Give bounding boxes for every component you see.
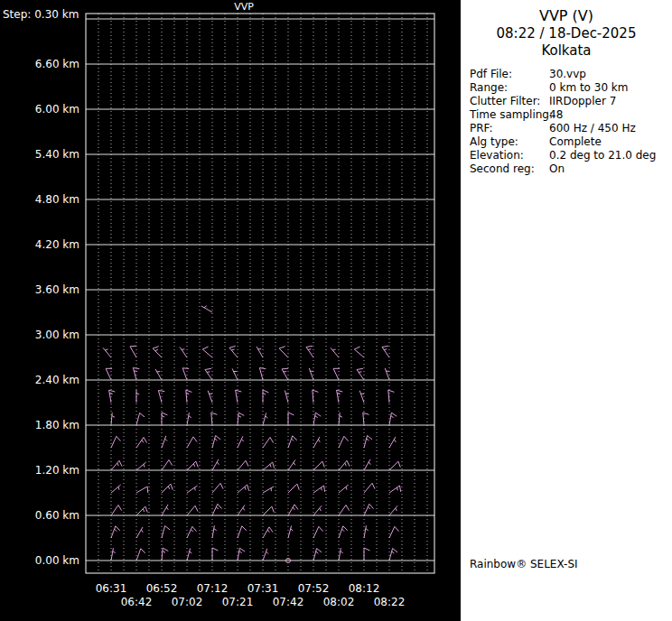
y-tick-label: 3.00 km xyxy=(35,329,79,341)
field-label: Second reg: xyxy=(470,162,549,176)
vvp-window: VVPStep: 0.30 km6.60 km6.00 km5.40 km4.8… xyxy=(0,0,672,621)
y-tick-label: 0.60 km xyxy=(35,509,79,522)
field-row: Clutter Filter:IIRDoppler 7 xyxy=(470,95,668,108)
x-tick-label: 08:22 xyxy=(374,596,406,608)
panel-datetime: 08:22 / 18-Dec-2025 xyxy=(461,25,672,42)
x-tick-label: 07:12 xyxy=(197,582,229,595)
field-row: Second reg:On xyxy=(470,162,668,176)
y-tick-label: 4.80 km xyxy=(35,193,79,206)
chart-area: VVPStep: 0.30 km6.60 km6.00 km5.40 km4.8… xyxy=(0,0,461,621)
field-value: Complete xyxy=(549,135,668,149)
x-tick-label: 06:31 xyxy=(96,582,127,595)
panel-site: Kolkata xyxy=(461,42,672,60)
chart-background xyxy=(0,0,461,621)
field-row: Range:0 km to 30 km xyxy=(470,81,668,95)
field-label: Range: xyxy=(470,81,549,95)
field-value: 48 xyxy=(549,108,668,122)
x-tick-label: 07:02 xyxy=(172,596,203,608)
field-value: On xyxy=(549,162,668,176)
panel-fields: Pdf File:30.vvpRange:0 km to 30 kmClutte… xyxy=(461,68,672,176)
y-tick-label: 5.40 km xyxy=(35,148,79,161)
x-tick-label: 08:12 xyxy=(349,582,380,595)
x-tick-label: 07:52 xyxy=(298,582,330,595)
field-label: Time sampling: xyxy=(470,108,549,122)
panel-title: VVP (V) xyxy=(461,7,672,25)
y-tick-label: 6.60 km xyxy=(35,58,79,70)
field-row: Elevation:0.2 deg to 21.0 deg xyxy=(470,149,668,162)
field-row: PRF:600 Hz / 450 Hz xyxy=(470,122,668,135)
x-tick-label: 08:02 xyxy=(323,596,355,608)
x-tick-label: 06:52 xyxy=(146,582,178,595)
field-value: 0 km to 30 km xyxy=(549,81,668,95)
step-label: Step: 0.30 km xyxy=(3,8,79,21)
y-tick-label: 3.60 km xyxy=(35,283,79,296)
field-row: Time sampling:48 xyxy=(470,108,668,122)
field-value: 0.2 deg to 21.0 deg xyxy=(549,149,668,162)
field-label: PRF: xyxy=(470,122,549,135)
field-label: Alg type: xyxy=(470,135,549,149)
y-tick-label: 4.20 km xyxy=(35,238,79,251)
y-tick-label: 6.00 km xyxy=(35,103,79,116)
x-tick-label: 07:42 xyxy=(273,596,304,608)
field-row: Pdf File:30.vvp xyxy=(470,68,668,81)
y-tick-label: 0.00 km xyxy=(35,554,79,567)
field-value: IIRDoppler 7 xyxy=(549,95,668,108)
field-value: 600 Hz / 450 Hz xyxy=(549,122,668,135)
vvp-chart-svg: VVPStep: 0.30 km6.60 km6.00 km5.40 km4.8… xyxy=(0,0,461,621)
y-tick-label: 1.20 km xyxy=(35,464,79,477)
y-tick-label: 1.80 km xyxy=(35,419,79,431)
y-tick-label: 2.40 km xyxy=(35,374,79,386)
x-tick-label: 07:21 xyxy=(222,596,254,608)
panel-footer: Rainbow® SELEX-SI xyxy=(470,558,578,570)
x-tick-label: 06:42 xyxy=(121,596,153,608)
field-value: 30.vvp xyxy=(549,68,668,81)
field-label: Elevation: xyxy=(470,149,549,162)
field-label: Clutter Filter: xyxy=(470,95,549,108)
info-panel: VVP (V) 08:22 / 18-Dec-2025 Kolkata Pdf … xyxy=(461,0,672,621)
field-row: Alg type:Complete xyxy=(470,135,668,149)
field-label: Pdf File: xyxy=(470,68,549,81)
chart-title: VVP xyxy=(234,1,254,13)
x-tick-label: 07:31 xyxy=(247,582,279,595)
